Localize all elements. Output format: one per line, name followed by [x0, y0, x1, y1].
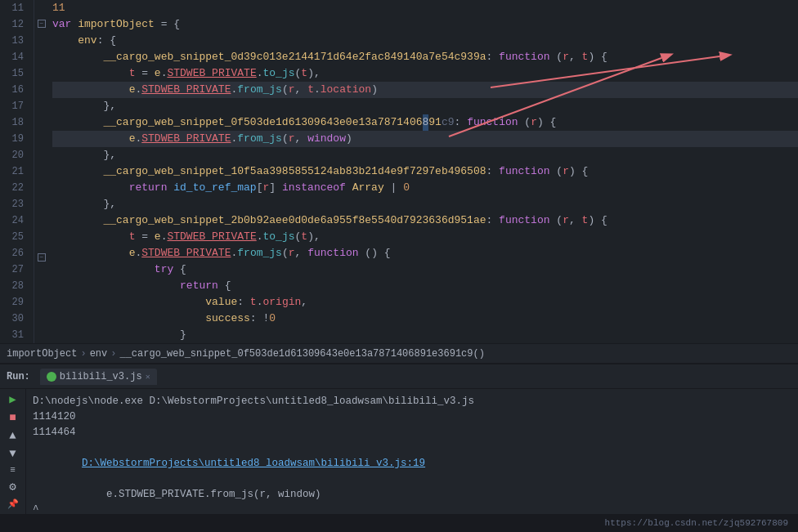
arrow-annotation-2	[449, 130, 531, 143]
code-line-13: env: {	[52, 33, 798, 49]
line-numbers: 11 12 13 14 15 16 17 18 19 20 21 22 23 2…	[0, 0, 34, 343]
code-container: 11 12 13 14 15 16 17 18 19 20 21 22 23 2…	[0, 0, 798, 343]
run-scroll-up-button[interactable]: ▲	[4, 429, 22, 442]
code-gutter: − −	[34, 0, 49, 343]
code-line-25: t = e.STDWEB_PRIVATE.to_js(t),	[52, 229, 798, 245]
tab-status-icon	[47, 372, 56, 382]
status-bar: https://blog.csdn.net/zjq592767809	[0, 514, 798, 532]
breadcrumb: importObject › env › __cargo_web_snippet…	[0, 343, 798, 363]
editor-area: 11 12 13 14 15 16 17 18 19 20 21 22 23 2…	[0, 0, 798, 363]
code-lines: 11 var importObject = { env: { __cargo_w…	[49, 0, 798, 343]
code-line-19: e.STDWEB_PRIVATE.from_js(r, window)	[52, 131, 798, 147]
output-caret: ^	[33, 503, 791, 514]
run-settings-button[interactable]: ⚙	[4, 480, 22, 494]
output-num2: 1114464	[33, 425, 791, 440]
output-code-line: e.STDWEB_PRIVATE.from_js(r, window)	[33, 487, 791, 503]
code-line-16: e.STDWEB_PRIVATE.from_js(r, t.location)	[52, 82, 798, 98]
run-label: Run:	[7, 371, 30, 382]
code-line-23: },	[52, 196, 798, 212]
arrow-annotation-1	[491, 81, 589, 94]
code-line-31: }	[52, 327, 798, 343]
breadcrumb-function: __cargo_web_snippet_0f503de1d61309643e0e…	[119, 348, 484, 360]
status-url: https://blog.csdn.net/zjq592767809	[605, 518, 788, 528]
code-line-29: value: t.origin,	[52, 294, 798, 311]
fold-arrow-12[interactable]: −	[38, 20, 46, 28]
fold-arrow-27[interactable]: −	[38, 253, 46, 262]
run-output: D:\nodejs\node.exe D:\WebstormProjects\u…	[26, 389, 798, 514]
run-tab-label: bilibili_v3.js	[60, 371, 142, 382]
run-tab-bar: Run: bilibili_v3.js ✕	[0, 364, 798, 389]
code-line-27: try {	[52, 262, 798, 278]
run-panel: Run: bilibili_v3.js ✕ ▶ ■ ▲ ▼ ≡ ⚙ 📌 🖨 D:…	[0, 363, 798, 514]
code-line-21: __cargo_web_snippet_10f5aa3985855124ab83…	[52, 163, 798, 180]
code-line-26: e.STDWEB_PRIVATE.from_js(r, function () …	[52, 245, 798, 262]
code-line-24: __cargo_web_snippet_2b0b92aee0d0de6a955f…	[52, 212, 798, 229]
code-line-22: return id_to_ref_map[r] instanceof Array…	[52, 180, 798, 196]
output-file-link[interactable]: D:\WebstormProjects\untitled8_loadwsam\b…	[82, 458, 425, 469]
code-line-15: t = e.STDWEB_PRIVATE.to_js(t),	[52, 65, 798, 82]
run-sidebar: ▶ ■ ▲ ▼ ≡ ⚙ 📌 🖨	[0, 389, 26, 514]
breadcrumb-env: env	[90, 348, 108, 360]
output-num1: 1114120	[33, 409, 791, 425]
run-tab[interactable]: bilibili_v3.js ✕	[40, 369, 157, 385]
output-command: D:\nodejs\node.exe D:\WebstormProjects\u…	[33, 394, 791, 409]
breadcrumb-importobject: importObject	[7, 348, 77, 360]
run-scroll-down-button[interactable]: ▼	[4, 447, 22, 460]
code-line-12: var importObject = {	[52, 16, 798, 33]
run-pin-button[interactable]: 📌	[4, 498, 22, 509]
code-line-11: 11	[52, 0, 798, 16]
code-line-17: },	[52, 98, 798, 114]
code-line-14: __cargo_web_snippet_0d39c013e2144171d64e…	[52, 49, 798, 65]
run-tab-close[interactable]: ✕	[146, 372, 150, 382]
output-file-link-line: D:\WebstormProjects\untitled8_loadwsam\b…	[33, 440, 791, 487]
run-stop-button[interactable]: ■	[4, 411, 22, 424]
run-content: ▶ ■ ▲ ▼ ≡ ⚙ 📌 🖨 D:\nodejs\node.exe D:\We…	[0, 389, 798, 514]
code-line-30: success: !0	[52, 311, 798, 327]
run-wrap-button[interactable]: ≡	[4, 465, 22, 475]
run-play-button[interactable]: ▶	[4, 392, 22, 406]
code-line-28: return {	[52, 278, 798, 294]
